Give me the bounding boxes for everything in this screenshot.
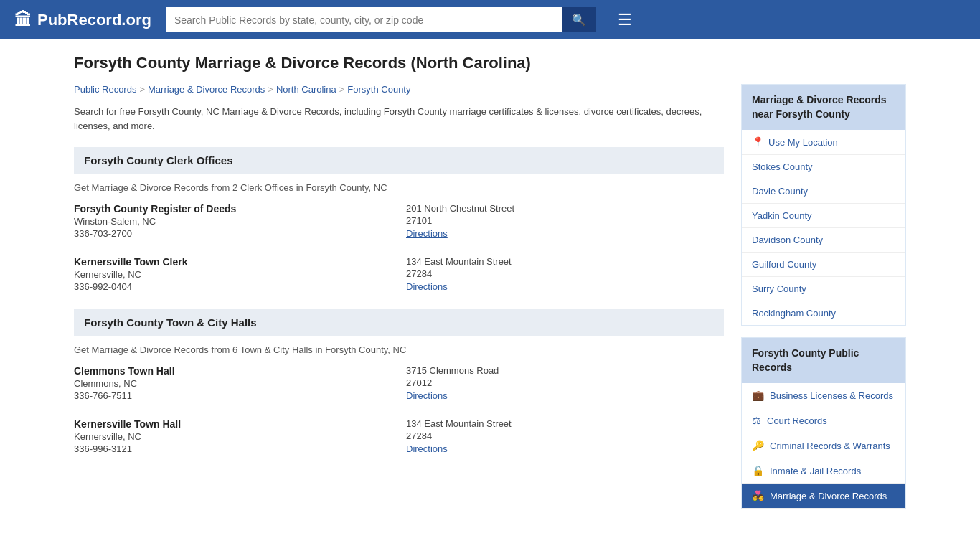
office-city: Kernersville, NC — [74, 269, 392, 280]
use-my-location-item[interactable]: 📍 Use My Location — [742, 130, 905, 155]
city-halls-subtitle: Get Marriage & Divorce Records from 6 To… — [74, 344, 724, 355]
nearby-county-item[interactable]: Yadkin County — [742, 204, 905, 228]
search-button[interactable]: 🔍 — [562, 7, 596, 32]
nearby-county-item[interactable]: Davie County — [742, 179, 905, 204]
county-name: Stokes County — [752, 161, 813, 172]
nearby-counties-section: Marriage & Divorce Records near Forsyth … — [741, 84, 906, 326]
directions-link[interactable]: Directions — [406, 281, 448, 292]
breadcrumb-north-carolina[interactable]: North Carolina — [276, 84, 336, 95]
record-business-licenses[interactable]: 💼 Business Licenses & Records — [742, 383, 905, 408]
nearby-county-item[interactable]: Stokes County — [742, 155, 905, 179]
directions-link[interactable]: Directions — [406, 390, 448, 401]
record-label: Business Licenses & Records — [770, 390, 893, 401]
office-entry: Kernersville Town Clerk Kernersville, NC… — [74, 256, 724, 292]
nearby-county-item[interactable]: Surry County — [742, 277, 905, 301]
clerk-offices-header: Forsyth County Clerk Offices — [74, 147, 724, 174]
public-records-title: Forsyth County Public Records — [742, 338, 905, 383]
office-phone: 336-996-3121 — [74, 443, 392, 454]
office-phone: 336-766-7511 — [74, 390, 392, 401]
criminal-icon: 🔑 — [752, 440, 764, 451]
office-name: Kernersville Town Clerk — [74, 256, 392, 268]
office-entry: Kernersville Town Hall Kernersville, NC … — [74, 418, 724, 454]
site-header: 🏛 PubRecord.org 🔍 ☰ — [0, 0, 980, 39]
record-criminal-records[interactable]: 🔑 Criminal Records & Warrants — [742, 433, 905, 458]
breadcrumb-public-records[interactable]: Public Records — [74, 84, 136, 95]
business-icon: 💼 — [752, 390, 764, 401]
city-halls-header: Forsyth County Town & City Halls — [74, 309, 724, 336]
office-city: Clemmons, NC — [74, 378, 392, 389]
office-name: Kernersville Town Hall — [74, 418, 392, 430]
site-logo[interactable]: 🏛 PubRecord.org — [14, 10, 151, 30]
county-name: Guilford County — [752, 259, 816, 270]
office-address: 134 East Mountain Street — [406, 418, 724, 429]
office-entry: Forsyth County Register of Deeds Winston… — [74, 203, 724, 239]
county-name: Davie County — [752, 186, 808, 197]
content-area: Public Records > Marriage & Divorce Reco… — [74, 84, 906, 509]
record-marriage-divorce[interactable]: 💑 Marriage & Divorce Records — [742, 484, 905, 509]
office-address: 201 North Chestnut Street — [406, 203, 724, 214]
office-address: 3715 Clemmons Road — [406, 365, 724, 376]
menu-icon[interactable]: ☰ — [618, 11, 632, 29]
directions-link[interactable]: Directions — [406, 228, 448, 239]
record-label: Court Records — [767, 415, 827, 426]
office-zip: 27101 — [406, 215, 724, 226]
office-zip: 27012 — [406, 377, 724, 388]
office-entry: Clemmons Town Hall Clemmons, NC 336-766-… — [74, 365, 724, 401]
office-zip: 27284 — [406, 268, 724, 279]
office-phone: 336-992-0404 — [74, 281, 392, 292]
nearby-county-item[interactable]: Rockingham County — [742, 301, 905, 325]
breadcrumb-forsyth-county[interactable]: Forsyth County — [347, 84, 410, 95]
public-records-list: Forsyth County Public Records 💼 Business… — [741, 337, 906, 509]
logo-icon: 🏛 — [14, 10, 32, 30]
record-label: Inmate & Jail Records — [770, 466, 861, 476]
breadcrumb-sep-1: > — [139, 84, 145, 95]
main-content: Public Records > Marriage & Divorce Reco… — [74, 84, 724, 509]
clerk-offices-subtitle: Get Marriage & Divorce Records from 2 Cl… — [74, 182, 724, 193]
office-address: 134 East Mountain Street — [406, 256, 724, 267]
county-name: Yadkin County — [752, 210, 812, 221]
search-input[interactable] — [166, 7, 562, 32]
location-icon: 📍 — [752, 136, 764, 148]
record-label: Marriage & Divorce Records — [770, 491, 887, 501]
search-bar: 🔍 — [166, 7, 596, 32]
breadcrumb-marriage-divorce[interactable]: Marriage & Divorce Records — [148, 84, 265, 95]
office-name: Clemmons Town Hall — [74, 365, 392, 377]
office-city: Kernersville, NC — [74, 431, 392, 442]
county-name: Surry County — [752, 283, 806, 294]
logo-text: PubRecord.org — [37, 11, 151, 29]
directions-link[interactable]: Directions — [406, 443, 448, 454]
page-title: Forsyth County Marriage & Divorce Record… — [74, 54, 906, 72]
office-zip: 27284 — [406, 430, 724, 441]
record-inmate-records[interactable]: 🔒 Inmate & Jail Records — [742, 458, 905, 484]
page-description: Search for free Forsyth County, NC Marri… — [74, 105, 724, 133]
search-icon: 🔍 — [572, 14, 586, 26]
breadcrumb-sep-3: > — [339, 84, 345, 95]
record-label: Criminal Records & Warrants — [770, 441, 890, 451]
breadcrumb-sep-2: > — [268, 84, 273, 95]
office-phone: 336-703-2700 — [74, 228, 392, 239]
nearby-county-item[interactable]: Davidson County — [742, 228, 905, 253]
office-name: Forsyth County Register of Deeds — [74, 203, 392, 215]
county-name: Rockingham County — [752, 308, 836, 319]
nearby-county-item[interactable]: Guilford County — [742, 253, 905, 277]
inmate-icon: 🔒 — [752, 465, 764, 476]
use-my-location-label: Use My Location — [768, 137, 838, 148]
court-icon: ⚖ — [752, 415, 761, 426]
nearby-title: Marriage & Divorce Records near Forsyth … — [742, 85, 905, 130]
marriage-icon: 💑 — [752, 490, 764, 501]
public-records-section: Forsyth County Public Records 💼 Business… — [741, 337, 906, 509]
office-city: Winston-Salem, NC — [74, 216, 392, 227]
sidebar: Marriage & Divorce Records near Forsyth … — [741, 84, 906, 509]
record-court-records[interactable]: ⚖ Court Records — [742, 408, 905, 433]
county-name: Davidson County — [752, 235, 823, 245]
breadcrumb: Public Records > Marriage & Divorce Reco… — [74, 84, 724, 95]
